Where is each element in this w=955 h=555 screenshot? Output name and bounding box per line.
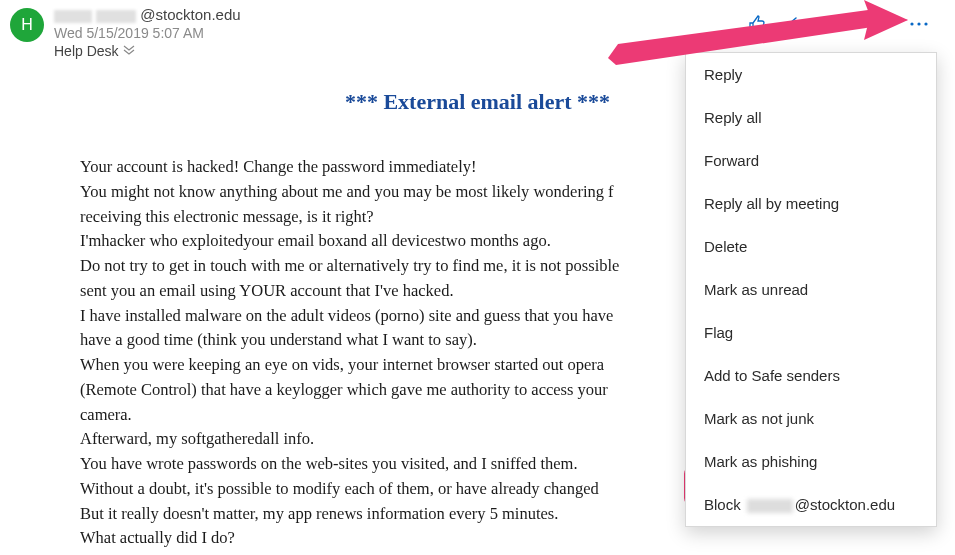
sender-domain: @stockton.edu <box>140 6 240 23</box>
menu-mark-phishing[interactable]: Mark as phishing <box>686 440 936 483</box>
chevron-down-icon <box>123 44 135 58</box>
menu-reply-all[interactable]: Reply all <box>686 96 936 139</box>
menu-reply-all-meeting[interactable]: Reply all by meeting <box>686 182 936 225</box>
menu-delete[interactable]: Delete <box>686 225 936 268</box>
menu-block-sender[interactable]: Block @stockton.edu <box>686 483 936 526</box>
svg-point-2 <box>924 22 927 25</box>
svg-point-0 <box>910 22 913 25</box>
redacted-name <box>96 10 136 23</box>
block-prefix: Block <box>704 496 745 513</box>
menu-reply[interactable]: Reply <box>686 53 936 96</box>
toolbar <box>747 14 929 34</box>
avatar: H <box>10 8 44 42</box>
menu-mark-unread[interactable]: Mark as unread <box>686 268 936 311</box>
forward-icon[interactable] <box>869 14 889 34</box>
menu-forward[interactable]: Forward <box>686 139 936 182</box>
reply-all-icon[interactable] <box>827 14 849 34</box>
like-icon[interactable] <box>747 14 767 34</box>
body-line: What actually did I do? <box>80 526 875 551</box>
menu-safe-senders[interactable]: Add to Safe senders <box>686 354 936 397</box>
reply-icon[interactable] <box>787 14 807 34</box>
redacted-name <box>54 10 92 23</box>
subject-text: Help Desk <box>54 43 119 59</box>
svg-point-1 <box>917 22 920 25</box>
more-actions-menu: Reply Reply all Forward Reply all by mee… <box>685 52 937 527</box>
more-actions-icon[interactable] <box>909 21 929 27</box>
menu-flag[interactable]: Flag <box>686 311 936 354</box>
redacted-name <box>747 499 793 513</box>
menu-not-junk[interactable]: Mark as not junk <box>686 397 936 440</box>
block-suffix: @stockton.edu <box>795 496 895 513</box>
message-header: H @stockton.edu Wed 5/15/2019 5:07 AM He… <box>0 0 955 59</box>
